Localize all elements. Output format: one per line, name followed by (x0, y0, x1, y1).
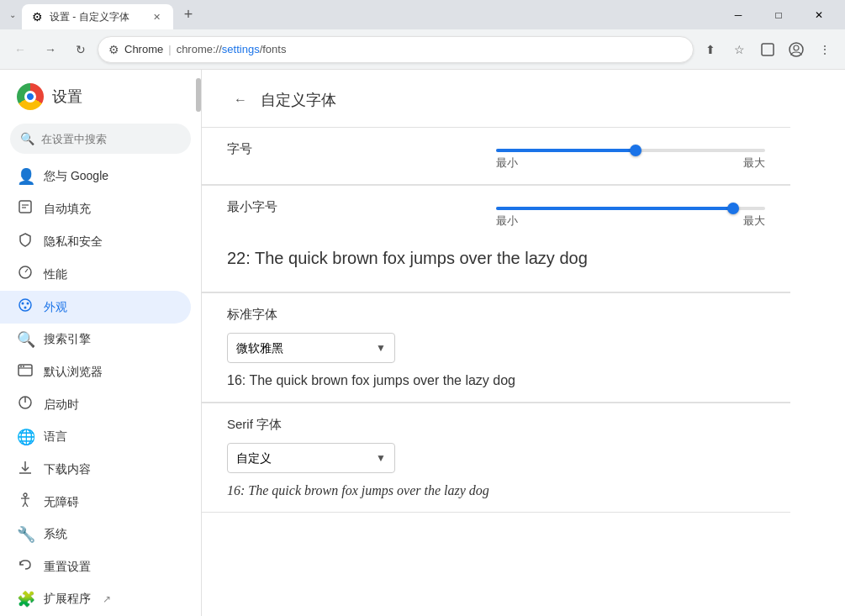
standard-font-section: 标准字体 微软雅黑 宋体 黑体 Arial Times New Roman ▼ … (202, 293, 790, 403)
min-font-size-section: 最小字号 最小 最大 22: The quick brown fox jumps (202, 186, 790, 292)
external-link-icon: ↗ (103, 593, 111, 605)
new-tab-button[interactable]: + (177, 3, 200, 27)
sidebar-item-autofill[interactable]: 自动填充 (0, 192, 191, 225)
svg-point-13 (20, 366, 22, 367)
svg-point-2 (794, 45, 799, 50)
min-font-size-slider-thumb[interactable] (727, 203, 739, 214)
profile-button[interactable] (783, 36, 810, 63)
tab-favicon: ⚙ (32, 10, 43, 24)
font-size-slider-track (496, 149, 765, 152)
tab-bar: ⌄ ⚙ 设置 - 自定义字体 ✕ + (0, 0, 712, 29)
font-size-slider-thumb[interactable] (630, 145, 642, 156)
svg-point-9 (27, 303, 29, 305)
content-area: ← 自定义字体 字号 最小 最大 (202, 70, 845, 616)
window-controls: ─ □ ✕ (712, 0, 845, 29)
serif-font-title: Serif 字体 (227, 417, 765, 433)
person-icon: 👤 (17, 167, 34, 186)
sidebar-item-label: 默认浏览器 (44, 365, 103, 380)
svg-rect-0 (762, 44, 774, 55)
share-button[interactable]: ⬆ (697, 36, 724, 63)
nav-icons: ⬆ ☆ ⋮ (697, 36, 838, 63)
active-tab[interactable]: ⚙ 设置 - 自定义字体 ✕ (22, 4, 173, 29)
font-size-min-label: 最小 (496, 155, 518, 171)
content-inner: ← 自定义字体 字号 最小 最大 (202, 70, 790, 513)
sidebar-item-performance[interactable]: 性能 (0, 258, 191, 291)
serif-font-preview: 16: The quick brown fox jumps over the l… (227, 483, 489, 498)
sidebar-item-label: 重置设置 (44, 560, 91, 575)
sidebar-item-extensions[interactable]: 🧩 扩展程序 ↗ (0, 583, 191, 615)
browser-icon (17, 362, 34, 382)
sidebar-item-language[interactable]: 🌐 语言 (0, 421, 191, 453)
sidebar-item-privacy[interactable]: 隐私和安全 (0, 225, 191, 258)
tab-list-button[interactable]: ⌄ (7, 9, 18, 21)
min-font-size-preview: 22: The quick brown fox jumps over the l… (227, 249, 588, 267)
forward-button[interactable]: → (37, 36, 64, 63)
sidebar-item-label: 您与 Google (44, 169, 108, 184)
maximize-button[interactable]: □ (759, 0, 798, 29)
navbar: ← → ↻ ⚙ Chrome | chrome://settings/fonts… (0, 29, 845, 70)
font-size-slider-labels: 最小 最大 (496, 155, 765, 171)
standard-font-select-wrapper[interactable]: 微软雅黑 宋体 黑体 Arial Times New Roman ▼ (227, 333, 395, 363)
minimize-button[interactable]: ─ (719, 0, 758, 29)
address-url: chrome://settings/fonts (177, 43, 287, 55)
extension-button[interactable] (754, 36, 781, 63)
sidebar-item-accessibility[interactable]: 无障碍 (0, 486, 191, 519)
sidebar-item-downloads[interactable]: 下载内容 (0, 453, 191, 486)
serif-font-select[interactable]: 自定义 宋体 Times New Roman Georgia (236, 451, 386, 465)
svg-line-22 (23, 503, 25, 507)
sidebar-item-label: 自动填充 (44, 202, 91, 217)
font-size-title: 字号 (227, 141, 252, 157)
sidebar-items: 👤 您与 Google 自动填充 (0, 161, 201, 615)
palette-icon (17, 297, 34, 317)
address-bar[interactable]: ⚙ Chrome | chrome://settings/fonts (98, 36, 694, 63)
sidebar-header: 设置 (0, 70, 201, 124)
menu-button[interactable]: ⋮ (811, 36, 838, 63)
startup-icon (17, 395, 34, 414)
standard-font-preview: 16: The quick brown fox jumps over the l… (227, 373, 515, 387)
sidebar-item-label: 扩展程序 (44, 592, 91, 607)
address-separator: | (168, 43, 171, 55)
sidebar-item-label: 下载内容 (44, 462, 91, 477)
extensions-icon: 🧩 (17, 590, 34, 608)
back-to-appearance-button[interactable]: ← (227, 87, 254, 113)
sidebar-item-label: 启动时 (44, 398, 79, 413)
bookmark-button[interactable]: ☆ (726, 36, 753, 63)
back-button[interactable]: ← (7, 36, 34, 63)
sidebar-item-appearance[interactable]: 外观 (0, 291, 191, 324)
address-chrome-label: Chrome (124, 43, 163, 55)
min-font-size-title: 最小字号 (227, 199, 277, 215)
sidebar-item-default-browser[interactable]: 默认浏览器 (0, 355, 191, 388)
serif-font-select-wrapper[interactable]: 自定义 宋体 Times New Roman Georgia ▼ (227, 443, 395, 473)
sidebar-item-search[interactable]: 🔍 搜索引擎 (0, 324, 191, 355)
sidebar-search-bar[interactable]: 🔍 (10, 124, 191, 154)
sidebar-item-label: 性能 (44, 267, 67, 282)
sidebar-item-startup[interactable]: 启动时 (0, 388, 191, 421)
titlebar: ⌄ ⚙ 设置 - 自定义字体 ✕ + ─ □ ✕ (0, 0, 845, 29)
reset-icon (17, 557, 34, 577)
sidebar-item-system[interactable]: 🔧 系统 (0, 519, 191, 550)
svg-line-23 (25, 503, 28, 507)
svg-point-7 (19, 299, 31, 311)
sidebar-item-label: 语言 (44, 429, 67, 445)
search-input[interactable] (41, 133, 182, 145)
font-size-slider-container: 最小 最大 (496, 142, 765, 171)
sidebar-item-reset[interactable]: 重置设置 (0, 550, 191, 583)
refresh-button[interactable]: ↻ (67, 36, 94, 63)
min-font-size-slider-fill (496, 207, 733, 210)
search-icon: 🔍 (20, 132, 34, 145)
standard-font-select[interactable]: 微软雅黑 宋体 黑体 Arial Times New Roman (236, 341, 386, 355)
font-size-slider-fill (496, 149, 636, 152)
close-button[interactable]: ✕ (800, 0, 838, 29)
performance-icon (17, 265, 34, 284)
sidebar: 设置 🔍 👤 您与 Google 自动填充 (0, 70, 202, 616)
system-icon: 🔧 (17, 525, 34, 544)
main-layout: 设置 🔍 👤 您与 Google 自动填充 (0, 70, 845, 616)
tab-title: 设置 - 自定义字体 (50, 10, 143, 24)
tab-close-button[interactable]: ✕ (150, 10, 163, 24)
shield-icon (17, 232, 34, 251)
svg-point-10 (24, 307, 27, 309)
sidebar-item-label: 系统 (44, 527, 67, 542)
min-font-size-min-label: 最小 (496, 213, 518, 229)
sidebar-item-google-account[interactable]: 👤 您与 Google (0, 161, 191, 192)
svg-point-8 (22, 303, 24, 305)
